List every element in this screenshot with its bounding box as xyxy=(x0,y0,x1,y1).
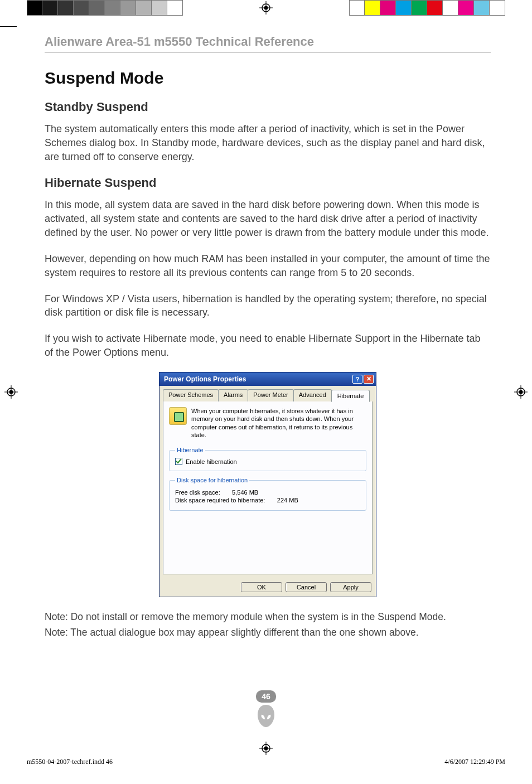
color-bar xyxy=(349,0,505,16)
hibernate-p4: If you wish to activate Hibernate mode, … xyxy=(45,332,491,360)
ok-button[interactable]: OK xyxy=(241,582,282,592)
disk-space-group: Disk space for hibernation Free disk spa… xyxy=(169,477,366,511)
hibernate-description: When your computer hibernates, it stores… xyxy=(191,407,366,439)
hibernate-p3: For Windows XP / Vista users, hibernatio… xyxy=(45,292,491,320)
swatch xyxy=(152,0,167,16)
swatch xyxy=(89,0,105,16)
close-button[interactable]: ✕ xyxy=(364,375,374,384)
page-content: Alienware Area-51 m5550 Technical Refere… xyxy=(45,35,491,641)
swatch xyxy=(167,0,183,16)
swatch xyxy=(396,0,412,16)
section-title: Suspend Mode xyxy=(45,69,491,88)
swatch xyxy=(474,0,490,16)
registration-mark-icon xyxy=(259,742,273,755)
page-footer-badge: 46 xyxy=(255,690,277,728)
tab-body: When your computer hibernates, it stores… xyxy=(163,401,373,574)
swatch xyxy=(120,0,136,16)
enable-hibernation-checkbox[interactable] xyxy=(175,458,182,465)
swatch xyxy=(412,0,427,16)
note-1: Note: Do not install or remove the memor… xyxy=(45,611,491,624)
crop-mark xyxy=(0,26,17,27)
apply-button[interactable]: Apply xyxy=(330,582,371,592)
swatch xyxy=(443,0,458,16)
swatch xyxy=(58,0,74,16)
swatch xyxy=(136,0,152,16)
running-header: Alienware Area-51 m5550 Technical Refere… xyxy=(45,35,491,53)
grayscale-bar xyxy=(27,0,183,16)
swatch xyxy=(490,0,505,16)
tab-advanced[interactable]: Advanced xyxy=(293,389,332,401)
tab-power-meter[interactable]: Power Meter xyxy=(248,389,293,401)
swatch xyxy=(349,0,365,16)
req-disk-value: 224 MB xyxy=(277,497,298,504)
swatch xyxy=(365,0,380,16)
note-2: Note: The actual dialogue box may appear… xyxy=(45,626,491,640)
help-button[interactable]: ? xyxy=(352,375,362,384)
dialog-screenshot: Power Options Properties ? ✕ Power Schem… xyxy=(159,372,376,597)
hibernate-group: Hibernate Enable hibernation xyxy=(169,447,366,471)
hibernate-group-legend: Hibernate xyxy=(175,447,205,453)
standby-heading: Standby Suspend xyxy=(45,100,491,114)
registration-mark-icon xyxy=(514,385,528,399)
cancel-button[interactable]: Cancel xyxy=(286,582,327,592)
power-options-dialog: Power Options Properties ? ✕ Power Schem… xyxy=(159,372,376,597)
dialog-titlebar: Power Options Properties ? ✕ xyxy=(159,372,376,386)
hibernate-icon xyxy=(169,407,187,425)
registration-mark-icon xyxy=(259,1,273,14)
slug-right: 4/6/2007 12:29:49 PM xyxy=(444,758,505,766)
free-disk-label: Free disk space: xyxy=(175,489,220,496)
free-disk-value: 5,546 MB xyxy=(232,489,258,496)
imposition-slug: m5550-04-2007-techref.indd 46 4/6/2007 1… xyxy=(27,758,505,766)
slug-left: m5550-04-2007-techref.indd 46 xyxy=(27,758,113,766)
swatch xyxy=(380,0,396,16)
disk-space-legend: Disk space for hibernation xyxy=(175,477,249,483)
standby-paragraph: The system automatically enters this mod… xyxy=(45,122,491,163)
hibernate-p2: However, depending on how much RAM has b… xyxy=(45,252,491,280)
swatch xyxy=(27,0,42,16)
tab-strip: Power Schemes Alarms Power Meter Advance… xyxy=(159,386,376,401)
swatch xyxy=(458,0,474,16)
dialog-title: Power Options Properties xyxy=(164,375,246,383)
hibernate-heading: Hibernate Suspend xyxy=(45,176,491,190)
swatch xyxy=(105,0,120,16)
swatch xyxy=(42,0,58,16)
swatch xyxy=(427,0,443,16)
alienware-logo-icon xyxy=(255,704,277,728)
tab-power-schemes[interactable]: Power Schemes xyxy=(163,389,219,401)
swatch xyxy=(74,0,89,16)
dialog-button-row: OK Cancel Apply xyxy=(159,578,376,597)
req-disk-label: Disk space required to hibernate: xyxy=(175,497,265,504)
hibernate-p1: In this mode, all system data are saved … xyxy=(45,198,491,239)
page-number: 46 xyxy=(256,690,276,703)
tab-hibernate[interactable]: Hibernate xyxy=(331,390,370,402)
tab-alarms[interactable]: Alarms xyxy=(218,389,248,401)
registration-mark-icon xyxy=(4,385,18,399)
enable-hibernation-label: Enable hibernation xyxy=(186,458,237,465)
